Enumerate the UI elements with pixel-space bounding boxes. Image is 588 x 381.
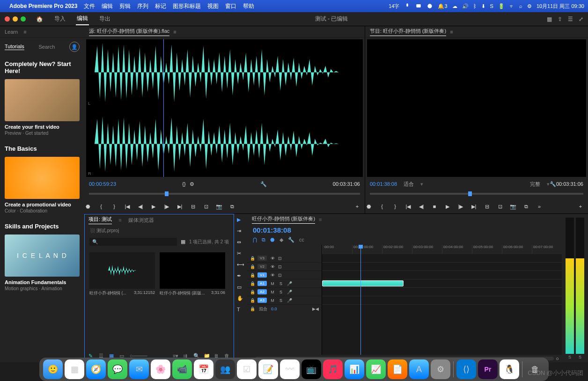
safari-icon[interactable]: 🧭 xyxy=(86,359,106,379)
source-timecode-in[interactable]: 00:00:59:23 xyxy=(89,181,116,187)
learn-menu-icon[interactable]: ≡ xyxy=(23,29,26,35)
track-header-v3[interactable]: 🔒V3👁⊡ xyxy=(247,254,322,263)
mail-icon[interactable]: ✉ xyxy=(129,359,149,379)
fullscreen-icon[interactable]: ⤢ xyxy=(579,16,583,22)
clock[interactable]: 10月11日 周三 09:30 xyxy=(537,3,584,10)
source-scrubber[interactable] xyxy=(89,189,360,199)
prog-button-editor-icon[interactable]: + xyxy=(577,203,584,210)
screen-icon[interactable] xyxy=(415,3,422,9)
program-zoom-select[interactable]: 适合 xyxy=(404,181,414,188)
go-to-in-button[interactable]: |◀ xyxy=(124,203,131,210)
source-settings-icon[interactable]: ⚙ xyxy=(190,181,194,187)
track-header-a1[interactable]: 🔒A1MS🎤 xyxy=(247,279,322,288)
menu-file[interactable]: 文件 xyxy=(84,2,95,10)
ripple-edit-tool-icon[interactable]: ⇔ xyxy=(237,239,244,247)
prog-add-marker-button[interactable]: ⬣ xyxy=(365,203,373,210)
program-panel-menu-icon[interactable]: ≡ xyxy=(450,29,453,35)
maximize-window-button[interactable] xyxy=(21,16,26,22)
keynote-icon[interactable]: 📊 xyxy=(345,359,364,379)
home-button[interactable]: 🏠 xyxy=(36,16,43,22)
prog-comparison-button[interactable]: ⧉ xyxy=(522,203,530,210)
overwrite-button[interactable]: ⊡ xyxy=(202,203,210,210)
reminders-icon[interactable]: ☑ xyxy=(237,359,257,379)
prog-step-back-button[interactable]: ◀| xyxy=(418,203,425,210)
freeform-icon[interactable]: 〰 xyxy=(280,359,300,379)
tv-icon[interactable]: 📺 xyxy=(301,359,321,379)
quick-export-icon[interactable]: ▦ xyxy=(547,16,552,22)
cc-icon[interactable] xyxy=(426,3,433,9)
sogou-icon[interactable]: S xyxy=(490,3,493,9)
mark-in-button[interactable]: { xyxy=(97,203,105,210)
timeline-tracks[interactable]: :00:00 00:01:00:00 00:02:00:00 00:03:00:… xyxy=(322,245,562,355)
source-fit-icon[interactable]: {} xyxy=(182,181,185,187)
tutorial-card-2[interactable]: Create a promotional video Color · Colla… xyxy=(5,157,80,213)
learn-tab[interactable]: Learn xyxy=(5,29,18,35)
pen-tool-icon[interactable]: ✒ xyxy=(237,273,244,280)
caption-track-icon[interactable]: cc xyxy=(299,237,304,243)
mark-out-button[interactable]: } xyxy=(110,203,118,210)
close-window-button[interactable] xyxy=(5,16,10,22)
mic-icon[interactable] xyxy=(404,3,411,9)
timeline-playhead[interactable] xyxy=(360,245,361,355)
mix-value[interactable]: 0.0 xyxy=(271,307,277,311)
launchpad-icon[interactable]: ▦ xyxy=(65,359,84,379)
timeline-ruler[interactable]: :00:00 00:01:00:00 00:02:00:00 00:03:00:… xyxy=(322,245,562,254)
program-scrubber[interactable] xyxy=(370,189,583,199)
step-back-button[interactable]: ◀| xyxy=(137,203,144,210)
prog-export-frame-button[interactable]: 📷 xyxy=(509,203,517,210)
prog-play-button[interactable]: ▶ xyxy=(444,203,451,210)
prog-mark-in-button[interactable]: { xyxy=(378,203,386,210)
download-icon[interactable]: ⬇ xyxy=(481,3,485,9)
prog-stop-button[interactable]: ■ xyxy=(431,203,438,210)
timeline-lane-v2[interactable] xyxy=(322,263,562,271)
sequence-tab[interactable]: 旺仔小乔-静悄悄 (新版伴奏) xyxy=(252,215,315,224)
prog-more-icon[interactable]: » xyxy=(536,203,543,210)
menu-help[interactable]: 帮助 xyxy=(243,2,254,10)
linked-selection-icon[interactable]: ⧉ xyxy=(262,237,265,243)
snap-icon[interactable]: ⋂ xyxy=(253,237,257,243)
messages-icon[interactable]: 💬 xyxy=(108,359,127,379)
menu-edit[interactable]: 编辑 xyxy=(102,2,113,10)
battery-icon[interactable]: 🔋 xyxy=(498,3,505,9)
project-search-input[interactable] xyxy=(89,238,177,246)
prog-go-to-in-button[interactable]: |◀ xyxy=(404,203,412,210)
app-name[interactable]: Adobe Premiere Pro 2023 xyxy=(9,3,77,9)
vscode-icon[interactable]: ⟨⟩ xyxy=(456,359,476,379)
numbers-icon[interactable]: 📈 xyxy=(366,359,386,379)
timeline-menu-icon[interactable]: ≡ xyxy=(319,217,322,222)
source-waveform[interactable]: L R xyxy=(86,39,363,177)
tab-export[interactable]: 导出 xyxy=(98,13,111,25)
project-tab-menu-icon[interactable]: ≡ xyxy=(118,217,121,223)
menu-marker[interactable]: 标记 xyxy=(155,2,166,10)
program-resolution-select[interactable]: 完整 xyxy=(530,181,540,188)
go-to-out-button[interactable]: ▶| xyxy=(176,203,184,210)
project-tab[interactable]: 项目: 测试 xyxy=(88,216,112,224)
learn-search[interactable]: Search xyxy=(38,44,55,50)
rectangle-tool-icon[interactable]: ▭ xyxy=(237,284,244,292)
timeline-marker-icon[interactable]: ◆ xyxy=(279,237,283,243)
project-item-sequence[interactable]: 旺仔小乔-静悄悄 (新版...3;31:06 xyxy=(160,252,225,296)
avatar-icon[interactable]: 👤 xyxy=(69,42,80,52)
timeline-lane-a2[interactable] xyxy=(322,288,562,296)
menu-window[interactable]: 窗口 xyxy=(225,2,236,10)
source-playhead[interactable] xyxy=(163,39,164,177)
control-center-icon[interactable]: ⚙ xyxy=(527,3,532,9)
timeline-lane-a3[interactable] xyxy=(322,296,562,305)
prog-go-to-out-button[interactable]: ▶| xyxy=(470,203,478,210)
source-tab[interactable]: 源: 旺仔小乔-静悄悄 (新版伴奏).flac xyxy=(89,28,169,36)
menu-graphics[interactable]: 图形和标题 xyxy=(173,2,201,10)
search-icon[interactable]: ⌕ xyxy=(519,3,522,9)
contacts-icon[interactable]: 👥 xyxy=(215,359,235,379)
facetime-icon[interactable]: 📹 xyxy=(172,359,192,379)
input-status[interactable]: 14字 xyxy=(389,3,399,10)
volume-icon[interactable]: 🔊 xyxy=(462,3,469,9)
track-header-a2[interactable]: 🔒A2MS🎤 xyxy=(247,288,322,296)
audio-clip[interactable] xyxy=(322,280,404,286)
premiere-icon[interactable]: Pr xyxy=(478,359,498,379)
track-header-v2[interactable]: 🔒V2👁⊡ xyxy=(247,263,322,271)
tutorial-card-3[interactable]: I C E L A N D Animation Fundamentals Mot… xyxy=(5,234,80,291)
program-timecode-in[interactable]: 00:01:38:08 xyxy=(370,181,397,187)
program-wrench-icon[interactable]: 🔧 xyxy=(550,181,556,187)
play-button[interactable]: ▶ xyxy=(150,203,157,210)
timeline-lane-a1[interactable] xyxy=(322,279,562,288)
